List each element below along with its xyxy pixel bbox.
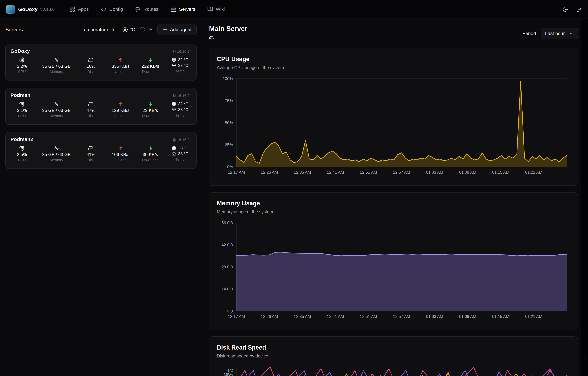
cpu-usage-card: CPU Usage Average CPU usage of the syste… [209, 48, 578, 186]
metric-label: CPU [18, 114, 26, 118]
svg-text:0%: 0% [227, 165, 233, 169]
svg-text:12:26 AM: 12:26 AM [261, 314, 278, 319]
add-agent-button[interactable]: Add agent [158, 24, 197, 35]
metric-label: Disk [87, 158, 95, 162]
brand-name: GoDoxy [18, 6, 38, 12]
metric-label: Download [142, 158, 159, 162]
svg-text:50%: 50% [225, 120, 233, 125]
nav-item-apps[interactable]: Apps [67, 6, 91, 12]
nav-item-label: Config [109, 7, 123, 12]
disk-temp-value: 38 °C [178, 151, 188, 156]
period-label: Period [522, 31, 536, 36]
download-arrow-icon [148, 101, 153, 107]
nav-item-label: Routes [143, 7, 159, 12]
server-card-header: Podman @ 16:16:24 [11, 92, 192, 98]
disk-temp-value: 38 °C [178, 107, 188, 112]
chevron-left-icon [582, 356, 587, 362]
add-agent-label: Add agent [170, 27, 192, 32]
server-card-podman[interactable]: Podman @ 16:16:24 2.1% CPU 35 GB / 63 GB… [5, 88, 197, 125]
svg-text:12:57 AM: 12:57 AM [393, 314, 410, 319]
activity-icon [54, 57, 59, 63]
server-timestamp: @ 16:16:24 [172, 49, 192, 54]
metric-disk: 41% Disk [81, 145, 100, 162]
radio-fahrenheit[interactable]: °F [140, 27, 152, 32]
radio-label-fahrenheit: °F [147, 27, 152, 32]
server-metrics-row: 2.2% CPU 35 GB / 63 GB Memory 16% Disk [11, 57, 192, 74]
metric-value: 106 KB/s [112, 152, 130, 157]
metric-label: Temp [175, 157, 185, 162]
svg-text:01:15 AM: 01:15 AM [492, 170, 509, 175]
disk-temp-row: 38 °C [172, 107, 188, 113]
sidebar-header: Servers Temperature Unit °C °F Add agent [5, 24, 197, 36]
nav-item-servers[interactable]: Servers [169, 6, 197, 12]
server-metrics-row: 2.1% CPU 35 GB / 63 GB Memory 47% Disk [11, 101, 192, 118]
server-metrics-row: 2.5% CPU 35 GB / 63 GB Memory 41% Disk [11, 145, 192, 162]
radio-celsius[interactable]: °C [123, 27, 135, 32]
disk-read-speed-chart: 1/2MB/s [217, 364, 570, 376]
plus-icon [162, 27, 168, 32]
metric-label: Memory [50, 114, 63, 118]
navbar-actions [562, 6, 582, 12]
metric-value: 129 KB/s [112, 108, 130, 113]
sidebar-title: Servers [5, 27, 23, 32]
app-version: v0.18.0 [40, 7, 55, 12]
disk-temp-row: 38 °C [172, 151, 188, 157]
upload-arrow-icon [118, 57, 123, 63]
metric-value: 23 KB/s [143, 108, 158, 113]
metric-value: 335 KB/s [112, 64, 130, 69]
metric-label: Download [142, 70, 159, 74]
metric-download: 30 KB/s Download [141, 145, 160, 162]
metric-temperature: 32 °C 38 °C Temp [171, 57, 190, 74]
server-name: Podman [11, 92, 30, 98]
metric-upload: 335 KB/s Upload [111, 57, 130, 74]
svg-text:01:09 AM: 01:09 AM [459, 314, 476, 319]
server-card-podman2[interactable]: Podman2 @ 16:16:24 2.5% CPU 35 GB / 63 G… [5, 132, 197, 169]
nav-item-wiki[interactable]: Wiki [205, 6, 227, 12]
metric-temperature: 38 °C 38 °C Temp [171, 145, 190, 162]
metric-memory: 35 GB / 63 GB Memory [42, 101, 71, 118]
theme-toggle-button[interactable] [562, 6, 568, 12]
nav-item-label: Apps [78, 7, 89, 12]
page-title: Main Server [209, 24, 247, 33]
svg-text:1/2MB/s: 1/2MB/s [224, 368, 233, 376]
svg-text:12:41 AM: 12:41 AM [327, 314, 344, 319]
metric-value: 41% [86, 152, 95, 157]
nav-item-routes[interactable]: Routes [133, 6, 160, 12]
main-header: Main Server Period Last hour [209, 24, 578, 42]
metric-value: 35 GB / 63 GB [42, 152, 71, 157]
cpu-temp-row: 38 °C [172, 145, 188, 151]
cpu-icon [172, 146, 176, 150]
moon-icon [562, 6, 568, 12]
svg-text:42 GB: 42 GB [222, 243, 233, 247]
server-card-header: GoDoxy @ 16:16:24 [11, 48, 192, 54]
right-edge-strip [581, 19, 588, 376]
cpu-icon [172, 58, 176, 62]
cpu-icon [19, 57, 25, 63]
svg-text:01:03 AM: 01:03 AM [426, 170, 443, 175]
svg-text:12:51 AM: 12:51 AM [360, 170, 377, 175]
metric-value: 47% [86, 108, 95, 113]
code-icon [101, 6, 107, 12]
radio-label-celsius: °C [130, 27, 135, 32]
collapse-panel-button[interactable] [582, 356, 587, 362]
nav-item-config[interactable]: Config [99, 6, 125, 12]
svg-text:12:51 AM: 12:51 AM [360, 314, 377, 319]
metric-label: CPU [18, 158, 26, 162]
metric-cpu: 2.5% CPU [12, 145, 31, 162]
server-card-godoxy[interactable]: GoDoxy @ 16:16:24 2.2% CPU 35 GB / 63 GB… [5, 44, 197, 81]
cpu-usage-chart: 0%25%50%75%100%12:17 AM12:26 AM12:35 AM1… [217, 76, 570, 176]
chart-subtitle: Memory usage of the system [217, 209, 570, 215]
servers-icon [171, 6, 176, 12]
chart-title: Memory Usage [217, 199, 570, 207]
logout-button[interactable] [576, 6, 582, 12]
route-icon [135, 6, 141, 12]
svg-text:12:26 AM: 12:26 AM [261, 170, 278, 175]
svg-text:25%: 25% [225, 143, 233, 147]
period-select[interactable]: Last hour [541, 28, 578, 39]
hard-drive-icon [88, 57, 94, 63]
svg-text:28 GB: 28 GB [222, 265, 233, 269]
svg-text:12:17 AM: 12:17 AM [228, 314, 245, 319]
svg-text:01:09 AM: 01:09 AM [459, 170, 476, 175]
metric-disk: 16% Disk [81, 57, 100, 74]
chart-title: Disk Read Speed [217, 344, 570, 352]
